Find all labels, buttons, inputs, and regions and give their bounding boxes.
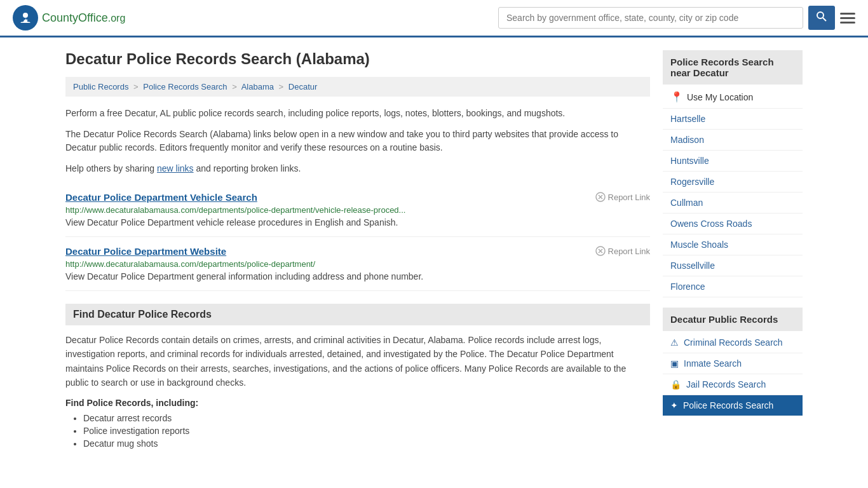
sidebar-criminal-records[interactable]: ⚠ Criminal Records Search xyxy=(663,332,803,353)
sidebar-link-owens-cross-roads[interactable]: Owens Cross Roads xyxy=(663,214,803,234)
link-card-2-url[interactable]: http://www.decaturalabamausa.com/departm… xyxy=(65,259,650,269)
sidebar-link-russellville[interactable]: Russellville xyxy=(663,255,803,276)
link-card-2: Decatur Police Department Website Report… xyxy=(65,237,650,291)
svg-point-1 xyxy=(23,13,28,18)
sidebar-link-florence[interactable]: Florence xyxy=(663,276,803,297)
logo-text: CountyOffice.org xyxy=(42,11,125,25)
svg-point-5 xyxy=(817,12,824,18)
search-input[interactable] xyxy=(498,7,803,29)
bullet-item-1: Decatur arrest records xyxy=(83,413,650,423)
sidebar-nearby-links: 📍 Use My Location Hartselle Madison Hunt… xyxy=(663,86,803,297)
report-link-2-button[interactable]: Report Link xyxy=(595,246,650,256)
sidebar-public-records-title: Decatur Public Records xyxy=(663,308,803,331)
sidebar-inmate-search[interactable]: ▣ Inmate Search xyxy=(663,353,803,374)
use-my-location-button[interactable]: 📍 Use My Location xyxy=(663,86,803,109)
breadcrumb-decatur[interactable]: Decatur xyxy=(288,82,318,92)
sidebar-link-cullman[interactable]: Cullman xyxy=(663,193,803,214)
sidebar-link-hartselle[interactable]: Hartselle xyxy=(663,109,803,130)
sidebar-link-madison[interactable]: Madison xyxy=(663,130,803,151)
breadcrumb-alabama[interactable]: Alabama xyxy=(241,82,274,92)
sidebar-nearby-title: Police Records Search near Decatur xyxy=(663,50,803,85)
breadcrumb: Public Records > Police Records Search >… xyxy=(65,77,650,97)
page-title: Decatur Police Records Search (Alabama) xyxy=(65,50,650,68)
bullet-item-3: Decatur mug shots xyxy=(83,438,650,449)
criminal-records-icon: ⚠ xyxy=(670,337,679,348)
find-section-subsection-title: Find Police Records, including: xyxy=(65,398,650,408)
svg-line-6 xyxy=(823,18,826,21)
link-card-1-title[interactable]: Decatur Police Department Vehicle Search xyxy=(65,192,257,203)
search-area xyxy=(498,6,855,30)
police-records-icon: ✦ xyxy=(670,400,678,410)
logo-area: ★ CountyOffice.org xyxy=(13,5,125,30)
breadcrumb-police-records-search[interactable]: Police Records Search xyxy=(143,82,227,92)
link-card-2-title[interactable]: Decatur Police Department Website xyxy=(65,246,226,257)
search-button[interactable] xyxy=(808,6,835,30)
sidebar: Police Records Search near Decatur 📍 Use… xyxy=(663,50,803,451)
svg-text:★: ★ xyxy=(24,18,29,24)
sidebar-link-muscle-shoals[interactable]: Muscle Shoals xyxy=(663,234,803,255)
sidebar-police-records[interactable]: ✦ Police Records Search xyxy=(663,395,803,416)
inmate-search-icon: ▣ xyxy=(670,358,679,369)
intro-p1: Perform a free Decatur, AL public police… xyxy=(65,107,650,120)
link-card-1-desc: View Decatur Police Department vehicle r… xyxy=(65,217,650,227)
logo-icon: ★ xyxy=(13,5,38,30)
sidebar-public-records: ⚠ Criminal Records Search ▣ Inmate Searc… xyxy=(663,332,803,416)
breadcrumb-public-records[interactable]: Public Records xyxy=(73,82,128,92)
sidebar-link-rogersville[interactable]: Rogersville xyxy=(663,172,803,193)
sidebar-link-huntsville[interactable]: Huntsville xyxy=(663,151,803,172)
pin-icon: 📍 xyxy=(670,91,683,103)
new-links-link[interactable]: new links xyxy=(157,163,194,173)
bullet-item-2: Police investigation reports xyxy=(83,426,650,436)
link-card-2-desc: View Decatur Police Department general i… xyxy=(65,271,650,281)
find-section-text: Decatur Police Records contain details o… xyxy=(65,333,650,390)
intro-p2: The Decatur Police Records Search (Alaba… xyxy=(65,128,650,154)
find-section-header: Find Decatur Police Records xyxy=(65,304,650,325)
find-section-bullets: Decatur arrest records Police investigat… xyxy=(65,413,650,449)
link-card-1: Decatur Police Department Vehicle Search… xyxy=(65,183,650,237)
link-card-1-url[interactable]: http://www.decaturalabamausa.com/departm… xyxy=(65,205,650,215)
hamburger-menu-button[interactable] xyxy=(840,13,855,24)
sidebar-jail-records[interactable]: 🔒 Jail Records Search xyxy=(663,374,803,395)
intro-p3: Help others by sharing new links and rep… xyxy=(65,162,650,175)
jail-records-icon: 🔒 xyxy=(670,379,681,390)
report-link-1-button[interactable]: Report Link xyxy=(595,192,650,202)
